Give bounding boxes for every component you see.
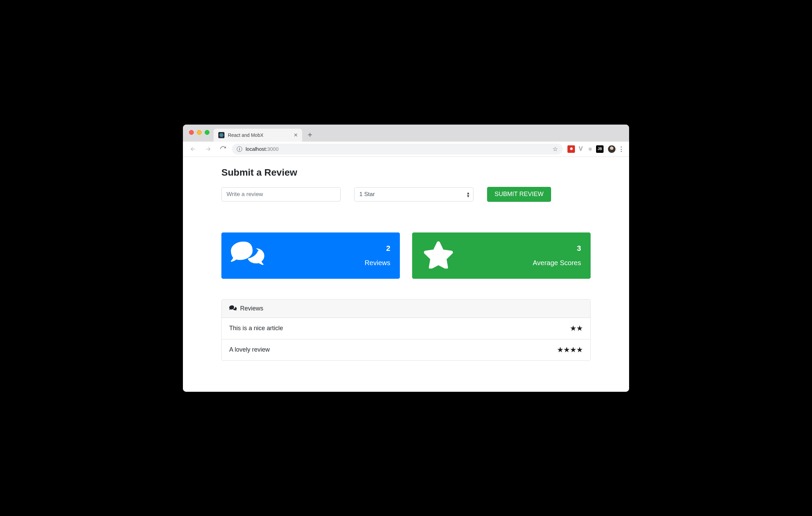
review-form: 1 Star ▲▼ SUBMIT REVIEW [221,187,591,202]
review-stars: ★★★★ [557,345,583,354]
review-list-item: A lovely review ★★★★ [222,339,590,360]
url-port: 3000 [267,146,278,152]
titlebar: React and MobX ✕ + [183,125,629,142]
bookmark-star-icon[interactable]: ☆ [552,145,558,153]
reviews-panel-header: Reviews [222,300,590,318]
extension-icon[interactable]: V [577,145,584,153]
maximize-window-button[interactable] [205,130,209,135]
average-score-card: 3 Average Scores [412,232,591,279]
back-button[interactable] [187,144,199,154]
react-favicon-icon [218,132,224,138]
url-host: localhost: [246,146,267,152]
svg-point-3 [221,134,222,135]
browser-window: React and MobX ✕ + i localhost:3000 ☆ ✱ … [183,125,629,392]
avg-score-label: Average Scores [533,259,581,267]
window-controls [189,130,209,135]
url-text: localhost:3000 [246,146,279,152]
close-tab-icon[interactable]: ✕ [294,132,298,138]
reload-button[interactable] [217,144,229,154]
stats-cards: 2 Reviews 3 Average Scores [221,232,591,279]
submit-review-button[interactable]: SUBMIT REVIEW [487,187,551,202]
tab-title: React and MobX [228,132,263,138]
extension-icon[interactable]: ✱ [567,145,575,153]
review-stars: ★★ [570,324,583,333]
star-icon [422,241,455,270]
star-select-wrap: 1 Star ▲▼ [354,187,473,201]
page-viewport: Submit a Review 1 Star ▲▼ SUBMIT REVIEW [183,157,629,392]
profile-avatar[interactable] [608,145,615,153]
reviews-panel: Reviews This is a nice article ★★ A love… [221,299,591,361]
browser-tab[interactable]: React and MobX ✕ [214,129,302,142]
page-title: Submit a Review [221,167,591,178]
review-text: A lovely review [229,346,270,353]
browser-menu-icon[interactable]: ⋮ [618,145,625,153]
new-tab-button[interactable]: + [302,130,318,142]
review-list-item: This is a nice article ★★ [222,318,590,339]
reviews-label: Reviews [364,259,390,267]
card-right: 3 Average Scores [533,244,581,267]
close-window-button[interactable] [189,130,194,135]
extensions-area: ✱ V ◎ JB ⋮ [565,145,625,153]
url-field[interactable]: i localhost:3000 ☆ [232,144,563,155]
star-select[interactable]: 1 Star [354,187,473,201]
site-info-icon[interactable]: i [237,146,242,152]
separator [606,146,606,152]
page-container: Submit a Review 1 Star ▲▼ SUBMIT REVIEW [215,157,597,374]
forward-button[interactable] [202,144,214,154]
comments-icon [231,241,264,270]
review-text: This is a nice article [229,325,283,332]
extension-icon[interactable]: ◎ [587,145,594,153]
avg-score: 3 [533,244,581,253]
review-input[interactable] [221,187,341,201]
extension-icon[interactable]: JB [596,145,604,153]
reviews-count-card: 2 Reviews [221,232,400,279]
card-right: 2 Reviews [364,244,390,267]
reviews-panel-title: Reviews [240,305,263,312]
minimize-window-button[interactable] [197,130,202,135]
comments-icon [229,305,237,311]
reviews-count: 2 [364,244,390,253]
address-bar: i localhost:3000 ☆ ✱ V ◎ JB ⋮ [183,142,629,157]
